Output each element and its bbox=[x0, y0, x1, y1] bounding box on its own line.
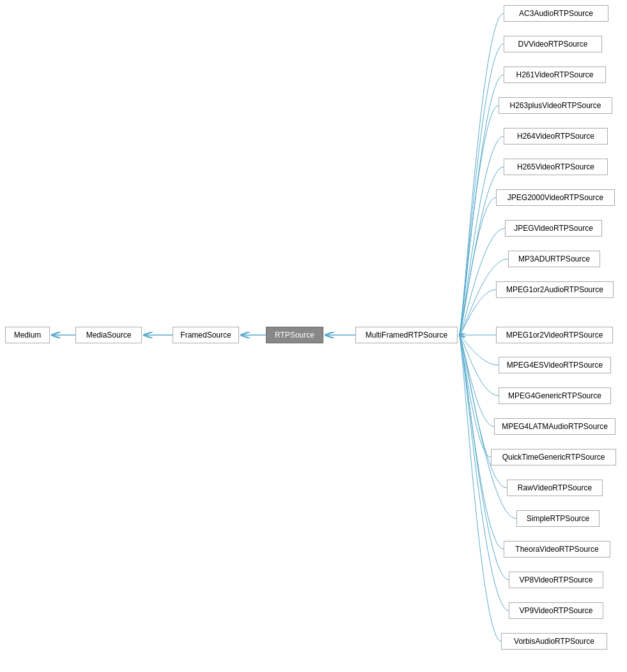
node-h264videortpsource[interactable]: H264VideoRTPSource bbox=[504, 128, 608, 145]
node-framedsource[interactable]: FramedSource bbox=[173, 327, 239, 343]
node-h261videortpsource[interactable]: H261VideoRTPSource bbox=[504, 66, 606, 83]
node-theoravideortpsource[interactable]: TheoraVideoRTPSource bbox=[504, 541, 610, 558]
node-quicktimegenericrtpsource[interactable]: QuickTimeGenericRTPSource bbox=[491, 449, 616, 465]
node-rtpsource[interactable]: RTPSource bbox=[266, 327, 323, 343]
node-mpeg4genericrtpsource[interactable]: MPEG4GenericRTPSource bbox=[499, 387, 611, 404]
node-mediasource[interactable]: MediaSource bbox=[75, 327, 142, 343]
node-mpeg4esvideortpsource[interactable]: MPEG4ESVideoRTPSource bbox=[499, 357, 611, 373]
edge-h264videortpsource bbox=[459, 136, 504, 335]
node-vp9videortpsource[interactable]: VP9VideoRTPSource bbox=[509, 602, 603, 619]
node-dvvideortpsource[interactable]: DVVideoRTPSource bbox=[504, 36, 602, 52]
edge-mpeg4esvideortpsource bbox=[459, 335, 499, 365]
node-mpeg1or2videortpsource[interactable]: MPEG1or2VideoRTPSource bbox=[496, 327, 613, 343]
node-vorbisaudiortpsource[interactable]: VorbisAudioRTPSource bbox=[501, 633, 607, 650]
edge-vorbisaudiortpsource bbox=[459, 335, 501, 641]
node-simplertpsource[interactable]: SimpleRTPSource bbox=[516, 510, 600, 527]
node-multiframedrtpsource[interactable]: MultiFramedRTPSource bbox=[355, 327, 458, 343]
node-ac3audiortpsource[interactable]: AC3AudioRTPSource bbox=[504, 5, 608, 22]
node-mpeg1or2audiortpsource[interactable]: MPEG1or2AudioRTPSource bbox=[496, 281, 614, 298]
node-h265videortpsource[interactable]: H265VideoRTPSource bbox=[504, 159, 608, 175]
node-mpeg4latmaudiortpsource[interactable]: MPEG4LATMAudioRTPSource bbox=[494, 418, 615, 435]
diagram-container: MediumMediaSourceFramedSourceRTPSourceMu… bbox=[0, 0, 627, 672]
node-vp8videortpsource[interactable]: VP8VideoRTPSource bbox=[509, 572, 603, 588]
node-jpeg2000videortpsource[interactable]: JPEG2000VideoRTPSource bbox=[496, 189, 615, 206]
node-h263plusvideortpsource[interactable]: H263plusVideoRTPSource bbox=[499, 97, 612, 114]
node-rawvideortpsource[interactable]: RawVideoRTPSource bbox=[507, 480, 603, 496]
edge-theoravideortpsource bbox=[459, 335, 504, 549]
node-mp3adurtpsource[interactable]: MP3ADURTPSource bbox=[508, 251, 600, 267]
node-jpegvideortpsource[interactable]: JPEGVideoRTPSource bbox=[505, 220, 602, 237]
node-medium[interactable]: Medium bbox=[5, 327, 50, 343]
